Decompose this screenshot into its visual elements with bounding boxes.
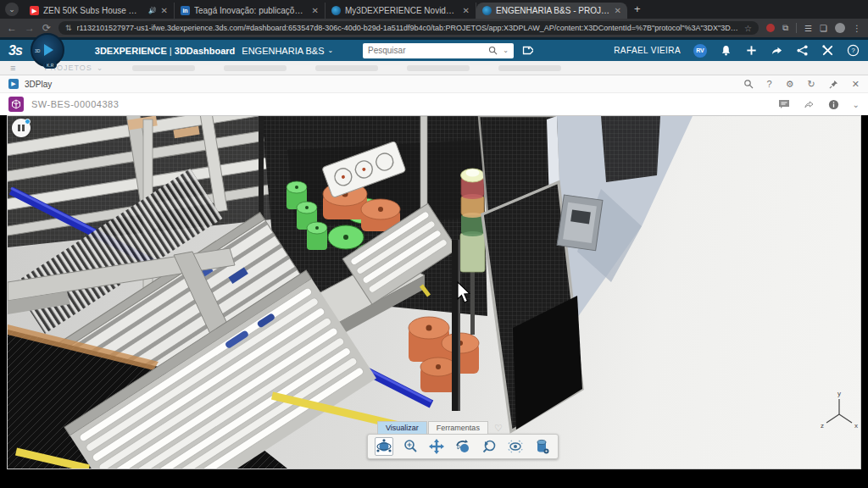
linkedin-favicon: in xyxy=(181,6,190,15)
search-input[interactable] xyxy=(368,46,483,55)
share-arrow-icon[interactable] xyxy=(771,44,783,57)
3dexperience-favicon xyxy=(482,6,492,15)
url-field[interactable]: ⇅ r1132101527977-us1-ifwe.3dexperience.3… xyxy=(58,21,759,35)
dashboard-tab-faded[interactable] xyxy=(407,65,470,71)
search-options-chevron-icon[interactable]: ⌄ xyxy=(503,47,509,54)
share-icon[interactable] xyxy=(804,99,815,109)
pause-button[interactable] xyxy=(12,119,31,137)
viewer-tab-ferramentas[interactable]: Ferramentas xyxy=(428,421,488,434)
axis-triad: y z x xyxy=(821,390,858,430)
share-network-icon[interactable] xyxy=(796,44,809,57)
back-icon[interactable]: ← xyxy=(7,23,17,33)
hamburger-menu-icon[interactable]: ≡ xyxy=(10,63,15,73)
viewer-tab-visualizar[interactable]: Visualizar xyxy=(377,421,427,434)
brand-name: 3DEXPERIENCE xyxy=(95,46,167,56)
compass-3d-label: 3D xyxy=(35,48,40,53)
tag-icon[interactable] xyxy=(520,44,533,57)
dashboard-tab-bar: ≡ PROJETOS ⌄ xyxy=(0,61,868,75)
app-name: 3DDashboard xyxy=(175,46,236,56)
dashboard-tab-faded[interactable] xyxy=(315,65,378,71)
tools-icon[interactable] xyxy=(821,44,834,57)
safety-fences xyxy=(479,116,693,431)
user-avatar[interactable]: RV xyxy=(693,44,707,58)
pin-icon[interactable] xyxy=(829,80,838,89)
refresh-icon[interactable]: ↻ xyxy=(808,79,815,90)
look-at-tool-icon[interactable] xyxy=(506,437,525,456)
close-tab-icon[interactable]: ✕ xyxy=(615,6,621,15)
svg-text:?: ? xyxy=(851,47,854,54)
zoom-tool-icon[interactable] xyxy=(401,437,420,456)
browser-profile-avatar[interactable] xyxy=(835,23,845,33)
dashboard-tab-faded[interactable] xyxy=(498,65,561,71)
extensions-puzzle-icon[interactable]: ⧉ xyxy=(782,23,788,33)
turntable-tool-icon[interactable] xyxy=(375,437,393,456)
section-tool-icon[interactable] xyxy=(532,437,551,456)
browser-tab-active-engenharia[interactable]: ENGENHARIA B&S - PROJETOS ✕ xyxy=(476,3,627,19)
reload-icon[interactable]: ⟳ xyxy=(42,23,51,33)
help-icon[interactable]: ? xyxy=(847,44,860,57)
3dexperience-header: 3s 3D K.R 3DEXPERIENCE | 3DDashboard ENG… xyxy=(0,37,868,61)
site-info-icon[interactable]: ⇅ xyxy=(65,24,72,32)
brand-separator: | xyxy=(170,46,172,56)
extension-icon[interactable] xyxy=(766,24,775,32)
dashboard-tab-faded[interactable] xyxy=(132,65,195,71)
url-text: r1132101527977-us1-ifwe.3dexperience.3ds… xyxy=(77,24,739,32)
close-icon[interactable]: ✕ xyxy=(852,79,860,90)
close-tab-icon[interactable]: ✕ xyxy=(161,6,168,15)
new-tab-button[interactable]: + xyxy=(634,3,641,15)
3d-viewport-frame: y z x Visualizar Ferramentas ♡ xyxy=(7,115,861,469)
search-icon[interactable] xyxy=(743,79,754,89)
browser-tab-strip: ⌄ ▶ ZEN 50K Subs House Mix - 🔊 ✕ in Teag… xyxy=(0,0,868,19)
search-icon[interactable] xyxy=(488,46,498,55)
browser-tab-youtube[interactable]: ▶ ZEN 50K Subs House Mix - 🔊 ✕ xyxy=(24,3,175,19)
add-icon[interactable] xyxy=(745,44,758,57)
tab-title: Teagá Inovação: publicações | L xyxy=(194,6,308,15)
tab-title: My3DEXPERIENCE Novidades xyxy=(345,6,459,15)
close-tab-icon[interactable]: ✕ xyxy=(463,6,470,15)
physical-product-icon[interactable] xyxy=(8,97,24,112)
widget-title: 3DPlay xyxy=(25,80,52,89)
bookmark-icon[interactable]: ☆ xyxy=(744,24,752,33)
close-tab-icon[interactable]: ✕ xyxy=(312,6,319,15)
zoom-area-tool-icon[interactable] xyxy=(480,437,498,456)
tab-search-button[interactable]: ⌄ xyxy=(5,3,19,16)
favorite-heart-icon[interactable]: ♡ xyxy=(494,423,503,434)
comment-icon[interactable] xyxy=(778,99,790,109)
settings-icon[interactable]: ⚙ xyxy=(786,79,794,90)
axis-z-label: z xyxy=(821,422,824,430)
reading-list-icon[interactable]: ☰ xyxy=(804,24,812,33)
dashboard-selector[interactable]: ENGENHARIA B&S ⌄ xyxy=(242,46,333,56)
info-icon[interactable] xyxy=(828,99,839,110)
tab-title: ENGENHARIA B&S - PROJETOS xyxy=(496,6,610,15)
dark-post-highlight xyxy=(459,240,461,411)
axis-x-label: x xyxy=(854,422,858,430)
brand-title: 3DEXPERIENCE | 3DDashboard xyxy=(95,46,236,56)
collapse-chevron-icon[interactable]: ⌄ xyxy=(853,100,860,109)
address-bar: ← → ⟳ ⇅ r1132101527977-us1-ifwe.3dexperi… xyxy=(0,19,868,37)
browser-tab-my3dexperience[interactable]: My3DEXPERIENCE Novidades ✕ xyxy=(326,3,476,19)
3d-canvas[interactable]: y z x Visualizar Ferramentas ♡ xyxy=(7,115,861,469)
chevron-down-icon: ⌄ xyxy=(328,47,334,54)
dashboard-tab-faded[interactable] xyxy=(224,65,287,71)
rotate-tool-icon[interactable] xyxy=(453,437,472,456)
user-name[interactable]: RAFAEL VIEIRA xyxy=(614,46,681,55)
browser-menu-icon[interactable]: ⋮ xyxy=(853,24,861,33)
browser-tab-linkedin[interactable]: in Teagá Inovação: publicações | L ✕ xyxy=(175,3,326,19)
3ds-logo[interactable]: 3s xyxy=(8,43,22,58)
audio-playing-icon[interactable]: 🔊 xyxy=(148,7,157,14)
3dplay-app-icon: ▶ xyxy=(8,79,19,89)
help-icon[interactable]: ? xyxy=(767,79,772,89)
side-panel-icon[interactable]: ❏ xyxy=(820,24,827,33)
forward-icon[interactable]: → xyxy=(25,23,35,33)
lower-orange-rolls xyxy=(409,317,479,392)
chevron-down-icon: ⌄ xyxy=(97,64,104,72)
compass-menu-button[interactable]: 3D K.R xyxy=(31,33,64,67)
model-id[interactable]: SW-BES-00004383 xyxy=(31,99,119,109)
viewer-toolbar: Visualizar Ferramentas ♡ xyxy=(367,421,559,459)
divider xyxy=(796,23,797,33)
global-search[interactable]: ⌄ xyxy=(363,43,514,58)
pan-tool-icon[interactable] xyxy=(427,437,446,456)
bell-icon[interactable] xyxy=(720,44,732,57)
tab-title: ZEN 50K Subs House Mix - xyxy=(43,6,144,15)
axis-y-label: y xyxy=(837,390,841,397)
